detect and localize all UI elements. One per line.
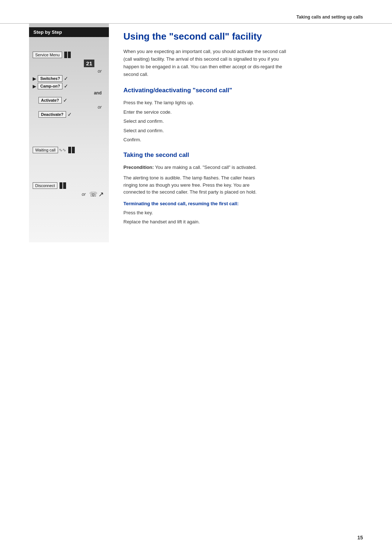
switches-row: ▶ Switches? ✓ [33, 75, 105, 82]
deactivate-check: ✓ [68, 112, 72, 117]
wavy-icon: ∿∿ [59, 147, 66, 153]
camp-on-row: ▶ Camp-on? ✓ [33, 83, 105, 89]
instruction-row-1: Press the key. The lamp lights up. [123, 99, 363, 106]
camp-on-check: ✓ [64, 83, 68, 89]
camp-on-button[interactable]: Camp-on? [38, 83, 62, 89]
waiting-lamp [68, 147, 75, 153]
or-handset-row: or ☏ ↗ [33, 190, 105, 198]
sidebar: Step by Step Service Menu 21 or ▶ S [29, 24, 109, 242]
handset-up-icon: ↗ [98, 190, 104, 198]
instruction-row-5: Confirm. [123, 136, 363, 143]
page-title: Using the "second call" facility [123, 31, 363, 42]
header-title: Taking calls and setting up calls [297, 15, 363, 20]
step-by-step-header: Step by Step [29, 27, 109, 37]
deactivate-button[interactable]: Deactivate? [38, 111, 66, 118]
section1-title: Activating/deactivating "second call" [123, 87, 363, 94]
waiting-instruction-row: The alerting tone is audible. The lamp f… [123, 174, 363, 196]
or-label-1: or [33, 69, 105, 74]
service-code: 21 [84, 60, 94, 67]
activate-check: ✓ [63, 97, 68, 103]
handset-down-icon: ☏ [89, 190, 98, 198]
activate-row: Activate? ✓ [33, 97, 105, 104]
disconnect-area: Disconnect or ☏ ↗ [33, 182, 105, 198]
service-code-row: 21 [33, 60, 96, 67]
camp-on-arrow: ▶ [33, 84, 36, 89]
terminating-text-2: Replace the handset and lift it again. [123, 218, 200, 226]
waiting-call-area: Waiting call ∿∿ [33, 147, 105, 153]
instruction-text-1: Press the key. The lamp lights up. [123, 99, 194, 106]
terminating-row-1: Press the key. [123, 209, 363, 216]
deactivate-row: Deactivate? ✓ [33, 111, 105, 118]
switches-button[interactable]: Switches? [38, 75, 62, 82]
precondition-text: Precondition: You are making a call. "Se… [123, 164, 279, 171]
service-menu-row: Service Menu [33, 52, 105, 58]
precondition-rest: You are making a call. "Second call" is … [155, 165, 257, 170]
instruction-row-2: Enter the service code. [123, 109, 363, 116]
service-menu-lamp [64, 52, 71, 58]
content-area: Step by Step Service Menu 21 or ▶ S [0, 24, 392, 242]
activate-button[interactable]: Activate? [38, 97, 62, 104]
waiting-call-label: Waiting call [33, 147, 58, 153]
or-symbol-text: or [82, 192, 86, 197]
sidebar-content: Service Menu 21 or ▶ Switches? ✓ ▶ [29, 37, 109, 202]
instruction-row-3: Select and confirm. [123, 118, 363, 125]
terminating-row-2: Replace the handset and lift it again. [123, 218, 363, 226]
and-label: and [33, 90, 105, 96]
instruction-text-3: Select and confirm. [123, 118, 164, 125]
disconnect-row: Disconnect [33, 182, 105, 189]
service-menu-label: Service Menu [33, 52, 62, 58]
instruction-text-2: Enter the service code. [123, 109, 172, 116]
switches-check: ✓ [64, 76, 68, 81]
terminating-title: Terminating the second call, resuming th… [123, 201, 363, 206]
waiting-call-row: Waiting call ∿∿ [33, 147, 105, 153]
page-number: 15 [357, 535, 363, 540]
page-header: Taking calls and setting up calls [0, 0, 392, 24]
intro-text: When you are expecting an important call… [123, 48, 290, 78]
precondition-bold: Precondition: [123, 165, 154, 170]
service-menu-area: Service Menu 21 or ▶ Switches? ✓ ▶ [33, 52, 105, 118]
main-content: Using the "second call" facility When yo… [109, 24, 363, 242]
switches-arrow: ▶ [33, 76, 36, 81]
section2-title: Taking the second call [123, 151, 363, 159]
instruction-row-4: Select and confirm. [123, 127, 363, 134]
disconnect-label: Disconnect [33, 182, 57, 189]
instruction-text-5: Confirm. [123, 136, 141, 143]
instruction-text-4: Select and confirm. [123, 127, 164, 134]
waiting-instruction-text: The alerting tone is audible. The lamp f… [123, 174, 269, 196]
or-label-2: or [33, 105, 105, 110]
terminating-text-1: Press the key. [123, 209, 153, 216]
disconnect-lamp [59, 182, 66, 189]
